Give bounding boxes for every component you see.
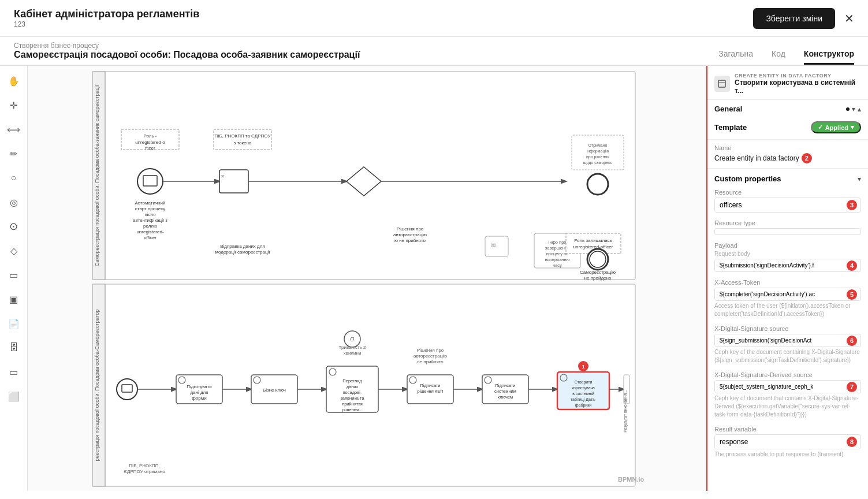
- result-var-input-wrapper: 8: [714, 434, 861, 449]
- ring-tool[interactable]: ⊙: [3, 216, 24, 237]
- svg-text:BPMN.io: BPMN.io: [618, 476, 645, 483]
- svg-text:Самореєстрацію: Самореєстрацію: [580, 270, 616, 275]
- rect-fill-tool[interactable]: ▣: [3, 289, 24, 310]
- svg-text:ПІБ, РНОКПП,: ПІБ, РНОКПП,: [129, 463, 159, 468]
- x-digital-sig-derived-input[interactable]: [715, 381, 847, 393]
- rect2-tool[interactable]: ▭: [3, 362, 24, 382]
- breadcrumb: Створення бізнес-процесу Самореєстрація …: [14, 42, 360, 65]
- svg-text:Перегляд: Перегляд: [342, 378, 362, 383]
- resource-type-label: Resource type: [714, 219, 861, 226]
- filled-circle-tool[interactable]: ◎: [3, 192, 24, 213]
- nav-area: Створення бізнес-процесу Самореєстрація …: [0, 37, 868, 66]
- x-access-token-input[interactable]: [715, 288, 847, 300]
- svg-text:реєстрація посадової особи. По: реєстрація посадової особи. Посадова осо…: [94, 310, 100, 461]
- rect-tool[interactable]: ▭: [3, 265, 24, 285]
- diamond-tool[interactable]: ◇: [3, 240, 24, 261]
- panel-header-text: CREATE ENTITY IN DATA FACTORY Створити к…: [735, 73, 861, 95]
- cp-chevron-icon: ▾: [858, 175, 861, 183]
- svg-text:unregistered-: unregistered-: [136, 229, 163, 234]
- svg-rect-12: [214, 129, 271, 150]
- result-var-desc: The process variable to put response to …: [714, 450, 861, 459]
- tab-constructor[interactable]: Конструктор: [804, 49, 854, 65]
- x-digital-sig-src-desc: Ceph key of the document containing X-Di…: [714, 348, 861, 364]
- payload-input[interactable]: [715, 259, 847, 271]
- x-digital-sig-derived-section: X-Digital-Signature-Derived source 7 Cep…: [707, 369, 868, 423]
- tab-general[interactable]: Загальна: [718, 49, 753, 65]
- result-var-input[interactable]: [715, 435, 847, 449]
- svg-text:Відправка даних для: Відправка даних для: [220, 244, 265, 249]
- resource-type-input[interactable]: [714, 228, 861, 235]
- svg-text:авторєєстрацію: авторєєстрацію: [393, 232, 427, 237]
- x-digital-sig-derived-label: X-Digital-Signature-Derived source: [714, 371, 861, 378]
- general-section-header[interactable]: General ▾ ▴: [707, 100, 868, 118]
- right-panel: CREATE ENTITY IN DATA FACTORY Створити к…: [706, 66, 868, 491]
- svg-text:рішення КЕП: рішення КЕП: [417, 389, 443, 394]
- resource-type-section: Resource type: [707, 217, 868, 240]
- svg-text:інформацію: інформацію: [587, 149, 609, 154]
- close-icon[interactable]: ✕: [844, 12, 854, 25]
- svg-text:ключем: ключем: [498, 394, 513, 400]
- payload-badge: 4: [847, 260, 857, 271]
- resource-input-wrapper: 3: [714, 198, 861, 213]
- svg-text:після: після: [144, 212, 155, 217]
- divider-1: [707, 139, 868, 140]
- svg-text:1: 1: [582, 364, 584, 370]
- svg-text:Інфо про: Інфо про: [548, 240, 566, 245]
- svg-text:модерації самореєстрації: модерації самореєстрації: [215, 250, 270, 255]
- svg-text:таблиці Дата-: таблиці Дата-: [571, 397, 597, 402]
- svg-text:Роль залишилась: Роль залишилась: [574, 238, 612, 243]
- arrows-tool[interactable]: ⟺: [3, 119, 24, 140]
- svg-text:рішення...: рішення...: [342, 407, 363, 412]
- payload-section: Payload Request body 4: [707, 240, 868, 277]
- custom-props-icons: ▾: [858, 175, 861, 183]
- custom-props-label: Custom properties: [714, 174, 781, 183]
- hand-tool[interactable]: ✋: [3, 70, 24, 91]
- resource-input[interactable]: [715, 198, 847, 212]
- save-button[interactable]: Зберегти зміни: [753, 8, 835, 29]
- svg-text:не пройдено: не пройдено: [584, 275, 612, 281]
- panel-header-icon: [714, 76, 730, 92]
- svg-point-38: [587, 174, 608, 195]
- x-digital-sig-derived-input-wrapper: 7: [714, 380, 861, 393]
- crosshair-tool[interactable]: ✛: [3, 95, 24, 116]
- doc-tool[interactable]: 📄: [3, 313, 24, 334]
- result-var-section: Result variable 8 The process variable t…: [707, 423, 868, 463]
- svg-text:з токена: з токена: [234, 140, 252, 146]
- svg-point-6: [137, 169, 163, 194]
- svg-text:Підписати: Підписати: [495, 383, 515, 388]
- request-body-label: Request body: [714, 251, 861, 257]
- x-digital-sig-src-input-wrapper: 6: [714, 334, 861, 347]
- toolbar: ✋ ✛ ⟺ ✏ ○ ◎ ⊙ ◇ ▭ ▣ 📄 🗄 ▭ ⬜: [0, 66, 28, 491]
- svg-text:авторєєстрацію: авторєєстрацію: [413, 353, 447, 359]
- svg-text:ПІБ, РНОКПП та ЄДРПОУ: ПІБ, РНОКПП та ЄДРПОУ: [214, 133, 271, 139]
- db-tool[interactable]: 🗄: [3, 337, 24, 358]
- x-digital-sig-src-section: X-Digital-Signature source 6 Ceph key of…: [707, 323, 868, 369]
- applied-badge-button[interactable]: ✓ Applied ▾: [811, 121, 861, 133]
- x-digital-sig-derived-badge: 7: [847, 382, 857, 392]
- x-digital-sig-src-input[interactable]: [715, 334, 847, 347]
- svg-text:fficer: fficer: [145, 146, 155, 151]
- frame-tool[interactable]: ⬜: [3, 386, 24, 407]
- pen-tool[interactable]: ✏: [3, 143, 24, 164]
- name-value: Create entity in data factory 2: [714, 153, 861, 163]
- name-field: Name Create entity in data factory 2: [707, 142, 868, 166]
- svg-text:unregistered-officer: unregistered-officer: [573, 244, 613, 250]
- circle-tool[interactable]: ○: [3, 167, 24, 188]
- svg-text:Бізне ключ: Бізне ключ: [263, 388, 286, 393]
- svg-text:користувача: користувача: [572, 386, 595, 390]
- svg-text:процесу по: процесу по: [546, 251, 569, 256]
- svg-rect-23: [219, 170, 248, 193]
- name-label: Name: [714, 144, 861, 151]
- x-access-token-input-wrapper: 5: [714, 288, 861, 301]
- tab-code[interactable]: Код: [772, 49, 785, 65]
- custom-props-header[interactable]: Custom properties ▾: [707, 171, 868, 187]
- canvas-area[interactable]: Самореєстрація посадової особи. Посадова…: [28, 66, 706, 491]
- breadcrumb-top: Створення бізнес-процесу: [14, 42, 360, 50]
- main-area: ✋ ✛ ⟺ ✏ ○ ◎ ⊙ ◇ ▭ ▣ 📄 🗄 ▭ ⬜ Самореєстрац…: [0, 66, 868, 491]
- breadcrumb-bottom: Самореєстрація посадової особи: Посадова…: [14, 50, 360, 65]
- svg-text:Створити: Створити: [575, 380, 593, 385]
- bpmn-diagram: Самореєстрація посадової особи. Посадова…: [28, 66, 706, 491]
- panel-header: CREATE ENTITY IN DATA FACTORY Створити к…: [707, 66, 868, 100]
- chevron-down-icon-badge: ▾: [851, 124, 854, 131]
- svg-text:в системній: в системній: [572, 392, 594, 396]
